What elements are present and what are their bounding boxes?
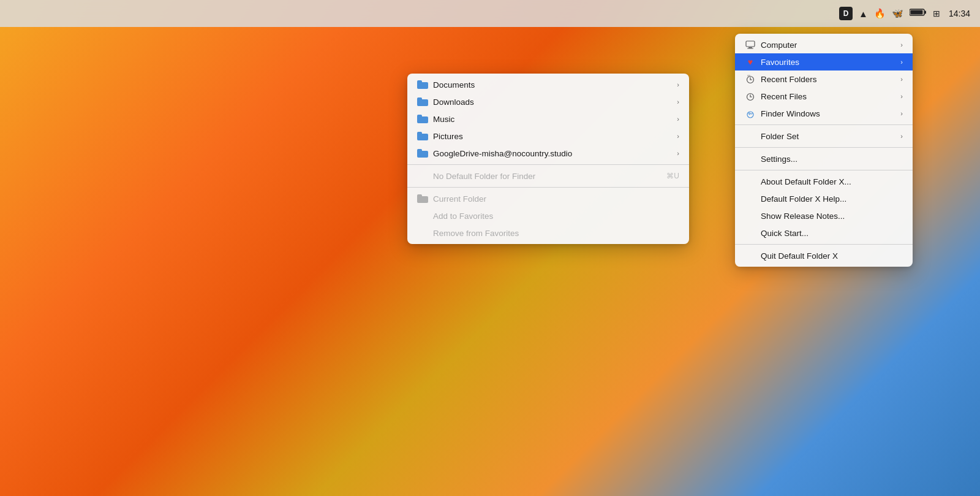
svg-rect-9 [747, 75, 750, 77]
computer-arrow: › [900, 41, 903, 48]
add-favorites-label: Add to Favorites [433, 212, 679, 221]
menu-item-about[interactable]: About Default Folder X... [735, 173, 913, 190]
music-folder-icon [417, 113, 428, 124]
sub-menu-item-remove-favorites: Remove from Favorites [407, 224, 689, 242]
computer-icon [745, 39, 756, 50]
downloads-folder-icon [417, 96, 428, 107]
separator-2 [735, 147, 913, 148]
separator-4 [735, 244, 913, 245]
googledrive-arrow: › [677, 150, 679, 157]
airport-menubar-icon[interactable]: ⊞ [933, 9, 940, 18]
heart-icon: ♥ [745, 56, 756, 67]
tes-menubar-icon[interactable]: 🦋 [892, 8, 903, 19]
sub-separator-2 [407, 187, 689, 188]
googledrive-label: GoogleDrive-misha@nocountry.studio [433, 149, 672, 158]
music-label: Music [433, 115, 672, 124]
help-icon [745, 193, 756, 204]
finder-windows-arrow: › [900, 110, 903, 117]
menu-item-help[interactable]: Default Folder X Help... [735, 190, 913, 207]
folder-set-icon [745, 131, 756, 142]
settings-label: Settings... [761, 155, 903, 164]
about-icon [745, 176, 756, 187]
separator-3 [735, 170, 913, 170]
svg-point-13 [747, 112, 753, 118]
recent-folders-icon [745, 74, 756, 85]
downloads-label: Downloads [433, 97, 672, 107]
documents-label: Documents [433, 80, 672, 90]
sub-menu-item-downloads[interactable]: Downloads › [407, 93, 689, 110]
svg-rect-2 [910, 10, 922, 15]
sub-menu-item-no-default: No Default Folder for Finder ⌘U [407, 167, 689, 185]
current-folder-icon [417, 193, 428, 204]
dropzone-menubar-icon[interactable]: ▲ [859, 9, 868, 19]
pictures-label: Pictures [433, 132, 672, 141]
no-default-icon [417, 170, 428, 181]
svg-rect-4 [748, 47, 752, 48]
music-arrow: › [677, 115, 679, 123]
downloads-arrow: › [677, 98, 679, 105]
computer-label: Computer [761, 40, 895, 50]
recent-files-icon [745, 91, 756, 102]
menu-bar: D ▲ 🔥 🦋 ⊞ 14:34 [0, 0, 980, 27]
menu-item-recent-folders[interactable]: Recent Folders › [735, 71, 913, 88]
default-folder-x-menubar-icon[interactable]: D [839, 7, 853, 20]
pictures-folder-icon [417, 131, 428, 142]
pictures-arrow: › [677, 132, 679, 140]
quit-label: Quit Default Folder X [761, 251, 903, 261]
sub-menu-item-add-favorites: Add to Favorites [407, 207, 689, 224]
remove-favorites-icon [417, 227, 428, 238]
about-label: About Default Folder X... [761, 177, 903, 186]
menu-item-settings[interactable]: Settings... [735, 150, 913, 167]
menu-item-computer[interactable]: Computer › [735, 36, 913, 53]
sub-menu-item-current-folder: Current Folder [407, 190, 689, 207]
no-default-label: No Default Folder for Finder [433, 172, 662, 181]
recent-files-arrow: › [900, 93, 903, 100]
quick-start-label: Quick Start... [761, 229, 903, 238]
recent-folders-label: Recent Folders [761, 75, 895, 84]
sub-menu-item-music[interactable]: Music › [407, 110, 689, 128]
svg-point-14 [749, 114, 750, 115]
documents-arrow: › [677, 81, 679, 88]
finder-windows-label: Finder Windows [761, 109, 895, 118]
menu-item-quit[interactable]: Quit Default Folder X [735, 247, 913, 264]
svg-rect-3 [746, 41, 755, 47]
separator-1 [735, 124, 913, 125]
menu-bar-icons: D ▲ 🔥 🦋 ⊞ 14:34 [839, 7, 970, 20]
menu-item-quick-start[interactable]: Quick Start... [735, 224, 913, 242]
current-folder-label: Current Folder [433, 194, 679, 204]
remove-favorites-label: Remove from Favorites [433, 229, 679, 238]
release-notes-icon [745, 210, 756, 221]
release-notes-label: Show Release Notes... [761, 212, 903, 221]
favourites-arrow: › [900, 58, 903, 66]
add-favorites-icon [417, 210, 428, 221]
settings-icon [745, 153, 756, 164]
favourites-label: Favourites [761, 58, 895, 67]
sub-menu-item-pictures[interactable]: Pictures › [407, 128, 689, 145]
sub-separator-1 [407, 164, 689, 165]
finder-windows-icon [745, 108, 756, 119]
svg-rect-5 [747, 48, 753, 49]
menu-item-folder-set[interactable]: Folder Set › [735, 128, 913, 145]
favourites-submenu: Documents › Downloads › Music › Pictures… [407, 74, 689, 244]
recent-files-label: Recent Files [761, 92, 895, 101]
no-default-shortcut: ⌘U [666, 172, 679, 180]
battery-menubar-icon[interactable] [910, 8, 927, 19]
googledrive-folder-icon [417, 148, 428, 159]
menu-bar-time: 14:34 [949, 9, 970, 18]
menu-item-favourites[interactable]: ♥ Favourites › [735, 53, 913, 71]
menu-item-recent-files[interactable]: Recent Files › [735, 88, 913, 105]
quick-start-icon [745, 227, 756, 238]
sub-menu-item-documents[interactable]: Documents › [407, 76, 689, 93]
sub-menu-item-googledrive[interactable]: GoogleDrive-misha@nocountry.studio › [407, 145, 689, 162]
documents-folder-icon [417, 79, 428, 90]
quit-icon [745, 250, 756, 261]
menu-item-finder-windows[interactable]: Finder Windows › [735, 105, 913, 122]
help-label: Default Folder X Help... [761, 194, 903, 204]
folder-set-arrow: › [900, 132, 903, 140]
main-menu: Computer › ♥ Favourites › Recent Folders… [735, 34, 913, 267]
menu-item-release-notes[interactable]: Show Release Notes... [735, 207, 913, 224]
recent-folders-arrow: › [900, 75, 903, 83]
fireshell-menubar-icon[interactable]: 🔥 [874, 8, 886, 19]
svg-rect-1 [924, 11, 926, 14]
folder-set-label: Folder Set [761, 132, 895, 141]
